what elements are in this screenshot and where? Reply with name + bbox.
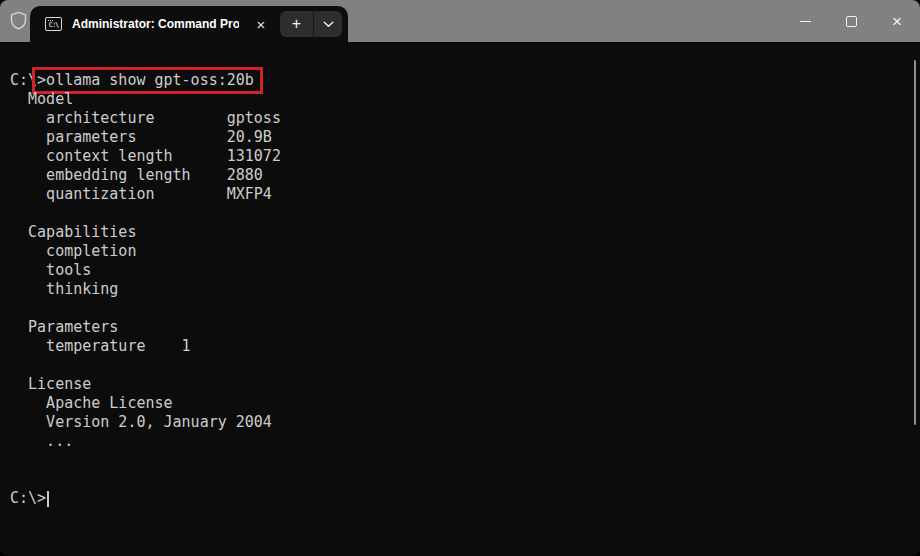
- text-cursor-icon: [47, 491, 49, 507]
- minimize-icon: [800, 21, 811, 22]
- titlebar: C:\ Administrator: Command Pro × +: [0, 0, 920, 42]
- close-icon: ×: [892, 13, 902, 30]
- window-controls: ×: [782, 0, 920, 42]
- maximize-button[interactable]: [828, 0, 874, 42]
- tab-title: Administrator: Command Pro: [72, 17, 239, 31]
- command-output: Model architecture gptoss parameters 20.…: [10, 90, 281, 450]
- shield-icon: [7, 9, 29, 31]
- tab-strip: C:\ Administrator: Command Pro × +: [30, 6, 348, 42]
- terminal-window: C:\ Administrator: Command Pro × +: [0, 0, 920, 556]
- terminal-output: C:\>ollama show gpt-oss:20b Model archit…: [0, 42, 920, 508]
- scrollbar-thumb[interactable]: [914, 60, 916, 425]
- tab-close-icon[interactable]: ×: [252, 15, 270, 33]
- bottom-prompt: C:\>: [10, 489, 46, 507]
- close-button[interactable]: ×: [874, 0, 920, 42]
- cmd-icon-text: C:\: [49, 21, 59, 30]
- minimize-button[interactable]: [782, 0, 828, 42]
- tab-administrator-command-prompt[interactable]: C:\ Administrator: Command Pro ×: [30, 6, 280, 42]
- chevron-down-icon: [323, 21, 334, 28]
- terminal-viewport[interactable]: C:\>ollama show gpt-oss:20b Model archit…: [0, 42, 920, 556]
- tab-actions: +: [280, 11, 342, 37]
- tab-dropdown-button[interactable]: [313, 11, 342, 37]
- maximize-icon: [846, 16, 857, 27]
- cmd-window-icon: C:\: [45, 17, 62, 31]
- new-tab-button[interactable]: +: [280, 11, 313, 37]
